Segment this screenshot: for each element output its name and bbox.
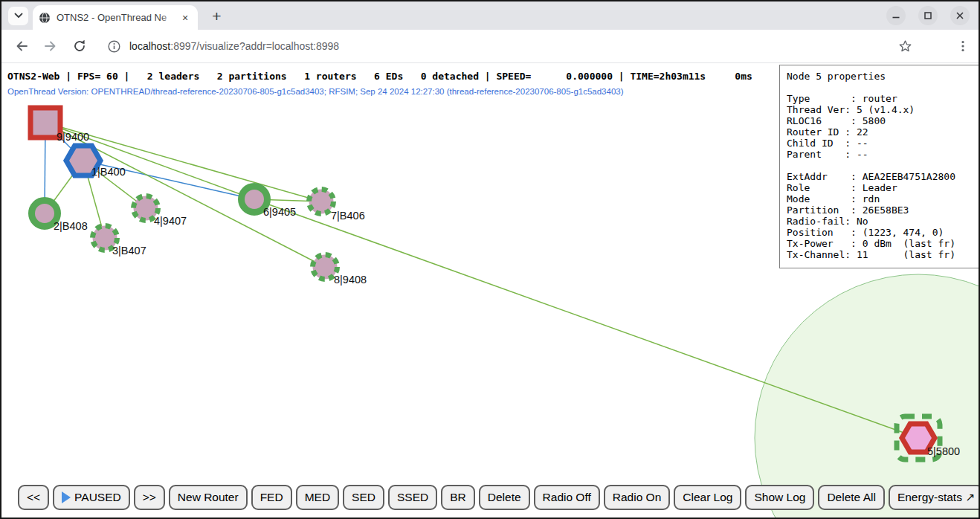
- node-properties-title: Node 5 properties: [787, 71, 972, 82]
- node-label-6: 6|9405: [263, 206, 296, 218]
- node-label-5: 5|5800: [927, 445, 960, 457]
- browser-window: OTNS2 - OpenThread Ne × +: [0, 0, 980, 519]
- forward-arrow-icon: [43, 39, 58, 54]
- node-label-1: 1|B400: [91, 166, 126, 178]
- chevron-down-icon: [14, 13, 23, 19]
- toolbar-right-icons: E: [897, 36, 970, 56]
- tab-otns2[interactable]: OTNS2 - OpenThread Ne ×: [33, 5, 198, 30]
- url-path: :8997/visualize?addr=localhost:8998: [170, 40, 339, 52]
- tab-title: OTNS2 - OpenThread Ne: [57, 12, 178, 24]
- sim-toolbar: <<PAUSED>>New RouterFEDMEDSEDSSEDBRDelet…: [18, 485, 979, 510]
- radio-range-circle: [755, 274, 979, 518]
- node-label-2: 2|B408: [54, 220, 88, 232]
- minimize-button[interactable]: [886, 6, 906, 25]
- url-text[interactable]: localhost:8997/visualize?addr=localhost:…: [129, 40, 339, 52]
- step-forward-button[interactable]: >>: [134, 485, 165, 510]
- ssed-button[interactable]: SSED: [388, 485, 437, 510]
- delete-all-button[interactable]: Delete All: [818, 485, 884, 510]
- delete-button[interactable]: Delete: [479, 485, 530, 510]
- play-icon: [62, 491, 71, 503]
- browser-toolbar: localhost:8997/visualize?addr=localhost:…: [1, 30, 979, 63]
- simulation-status-bar: OTNS2-Web | FPS= 60 | 2 leaders 2 partit…: [7, 71, 799, 83]
- back-arrow-icon: [14, 39, 29, 54]
- br-button[interactable]: BR: [441, 485, 475, 510]
- tab-close-button[interactable]: ×: [178, 11, 192, 25]
- maximize-button[interactable]: [918, 6, 938, 25]
- node-label-7: 7|B406: [331, 210, 365, 222]
- reload-icon: [72, 39, 87, 54]
- node-label-4: 4|9407: [154, 215, 187, 227]
- minimize-icon: [892, 11, 900, 20]
- radio-off-button[interactable]: Radio Off: [534, 485, 600, 510]
- radio-on-button[interactable]: Radio On: [604, 485, 670, 510]
- med-button[interactable]: MED: [296, 485, 339, 510]
- tab-strip: OTNS2 - OpenThread Ne × +: [1, 1, 979, 30]
- openthread-version-text: OpenThread Version: OPENTHREAD/thread-re…: [7, 86, 624, 97]
- forward-button[interactable]: [42, 37, 59, 55]
- step-back-button[interactable]: <<: [18, 485, 49, 510]
- tab-search-button[interactable]: [8, 7, 28, 25]
- url-host: localhost: [129, 40, 170, 52]
- node-label-8: 8|9408: [334, 274, 367, 286]
- fed-button[interactable]: FED: [251, 485, 292, 510]
- menu-dots-icon[interactable]: [956, 39, 970, 53]
- close-window-button[interactable]: [950, 6, 970, 25]
- profile-avatar[interactable]: E: [925, 36, 944, 56]
- paused-button[interactable]: PAUSED: [53, 485, 130, 510]
- sed-button[interactable]: SED: [343, 485, 384, 510]
- node-9[interactable]: [30, 108, 60, 138]
- node-7[interactable]: [309, 190, 334, 214]
- reload-button[interactable]: [71, 37, 88, 55]
- window-controls: [886, 6, 970, 25]
- node-label-3: 3|B407: [112, 245, 146, 257]
- site-info-icon[interactable]: [108, 40, 120, 53]
- node-properties-panel: Node 5 properties Type : router Thread V…: [779, 65, 979, 268]
- back-button[interactable]: [13, 37, 30, 55]
- show-log-button[interactable]: Show Log: [745, 485, 814, 510]
- energy-stats-button[interactable]: Energy-stats ↗: [889, 485, 979, 510]
- maximize-icon: [923, 11, 932, 20]
- otns-visualizer-page: 9|94001|B4002|B4083|B4074|94076|94057|B4…: [1, 63, 979, 518]
- new-tab-button[interactable]: +: [207, 6, 227, 26]
- omnibox[interactable]: localhost:8997/visualize?addr=localhost:…: [97, 40, 897, 53]
- close-icon: [955, 11, 964, 20]
- node-label-9: 9|9400: [57, 131, 89, 143]
- node-properties-body: Type : router Thread Ver: 5 (v1.4.x) RLO…: [787, 93, 972, 260]
- bookmark-star-icon[interactable]: [897, 39, 913, 54]
- new-router-button[interactable]: New Router: [169, 485, 248, 510]
- globe-favicon-icon: [39, 12, 51, 24]
- clear-log-button[interactable]: Clear Log: [674, 485, 741, 510]
